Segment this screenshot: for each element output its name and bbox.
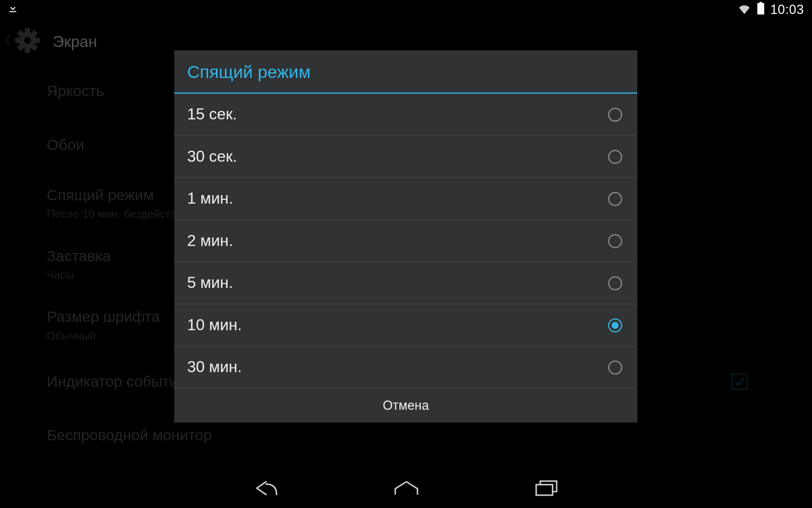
radio-icon — [608, 149, 622, 163]
svg-rect-1 — [760, 1, 763, 3]
option-10-min[interactable]: 10 мин. — [174, 304, 637, 347]
radio-icon — [608, 360, 622, 374]
nav-back-icon[interactable] — [251, 476, 280, 500]
cancel-button[interactable]: Отмена — [174, 389, 637, 422]
download-icon — [7, 2, 19, 17]
svg-rect-12 — [536, 485, 552, 495]
option-label: 15 сек. — [187, 105, 608, 124]
option-1-min[interactable]: 1 мин. — [174, 178, 637, 220]
option-label: 1 мин. — [187, 190, 608, 208]
option-30-min[interactable]: 30 мин. — [174, 346, 637, 388]
sleep-timeout-dialog: Спящий режим 15 сек. 30 сек. 1 мин. 2 ми… — [174, 50, 637, 422]
option-30-sec[interactable]: 30 сек. — [174, 136, 637, 178]
nav-recents-icon[interactable] — [532, 476, 561, 500]
option-label: 5 мин. — [187, 274, 608, 292]
nav-home-icon[interactable] — [392, 476, 421, 500]
status-clock: 10:03 — [770, 2, 804, 17]
option-label: 30 сек. — [187, 147, 608, 166]
dialog-options: 15 сек. 30 сек. 1 мин. 2 мин. 5 мин. 10 … — [174, 94, 637, 388]
option-label: 2 мин. — [187, 232, 608, 250]
option-label: 30 мин. — [187, 358, 608, 376]
wifi-icon — [738, 2, 752, 17]
radio-selected-icon — [608, 318, 622, 332]
radio-icon — [608, 276, 622, 290]
radio-icon — [608, 234, 622, 248]
navigation-bar — [0, 468, 812, 508]
status-bar: 10:03 — [0, 0, 812, 19]
dialog-title: Спящий режим — [174, 50, 637, 93]
option-15-sec[interactable]: 15 сек. — [174, 94, 637, 136]
radio-icon — [608, 108, 622, 121]
option-2-min[interactable]: 2 мин. — [174, 220, 637, 262]
svg-rect-0 — [757, 3, 765, 14]
option-label: 10 мин. — [187, 316, 608, 334]
option-5-min[interactable]: 5 мин. — [174, 262, 637, 304]
radio-icon — [608, 192, 622, 206]
battery-icon — [757, 1, 765, 18]
